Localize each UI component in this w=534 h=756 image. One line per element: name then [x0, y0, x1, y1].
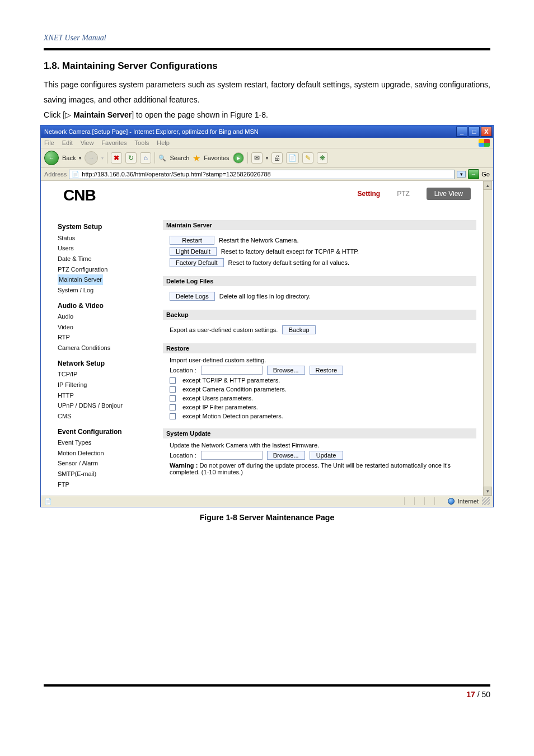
sb-item-ptzconfig[interactable]: PTZ Configuration: [58, 264, 153, 275]
menu-favorites[interactable]: Favorites: [101, 139, 127, 146]
page-total: 50: [481, 690, 490, 699]
sb-g3-head: Network Setup: [58, 358, 153, 369]
tab-live-view[interactable]: Live View: [427, 188, 471, 200]
minimize-button[interactable]: _: [456, 127, 467, 137]
sb-item-smtp[interactable]: SMTP(E-mail): [58, 469, 153, 479]
edit-icon[interactable]: 📄: [286, 152, 299, 164]
update-path-input[interactable]: [201, 451, 263, 460]
address-dropdown-icon[interactable]: ▾: [457, 171, 466, 178]
media-icon[interactable]: ▸: [233, 152, 244, 164]
page-sep: /: [475, 690, 482, 699]
close-button[interactable]: X: [481, 127, 492, 137]
sb-item-rtp[interactable]: RTP: [58, 332, 153, 343]
scroll-up-icon[interactable]: ▴: [483, 181, 492, 190]
chk-camera[interactable]: [170, 386, 176, 393]
mail-dropdown-icon[interactable]: ▾: [266, 156, 268, 161]
tab-ptz[interactable]: PTZ: [397, 190, 410, 198]
menu-file[interactable]: File: [44, 139, 54, 146]
favorites-star-icon[interactable]: ★: [193, 153, 200, 164]
sb-item-sensor[interactable]: Sensor / Alarm: [58, 458, 153, 469]
maximize-button[interactable]: □: [469, 127, 480, 137]
forward-button[interactable]: →: [85, 151, 98, 165]
back-label: Back: [62, 155, 76, 161]
click-instruction: Click [▷ Maintain Server] to open the pa…: [44, 110, 490, 119]
window-title: Network Camera [Setup Page] - Internet E…: [44, 128, 259, 135]
brand-logo: CNB: [63, 186, 96, 204]
back-dropdown-icon[interactable]: ▾: [79, 156, 81, 161]
discuss-icon[interactable]: ✎: [302, 152, 313, 164]
sb-item-datetime[interactable]: Date & Time: [58, 254, 153, 264]
stop-icon[interactable]: ✖: [111, 152, 122, 164]
warning-text: Do not power off during the update proce…: [170, 462, 451, 475]
restart-text: Restart the Network Camera.: [219, 237, 298, 244]
sb-item-video[interactable]: Video: [58, 322, 153, 333]
light-default-button[interactable]: Light Default: [170, 247, 217, 256]
sb-item-motion[interactable]: Motion Detection: [58, 448, 153, 459]
internet-zone-label: Internet: [458, 498, 479, 505]
chk-camera-label: except Camera Condition parameters.: [182, 386, 287, 393]
chk-users[interactable]: [170, 395, 176, 402]
restore-path-input[interactable]: [201, 366, 263, 375]
scroll-down-icon[interactable]: ▾: [483, 487, 492, 496]
backup-text: Export as user-defined custom settings.: [170, 326, 278, 333]
browser-window: Network Camera [Setup Page] - Internet E…: [40, 125, 494, 507]
footer-rule: [44, 684, 490, 687]
mail-icon[interactable]: ✉: [251, 152, 263, 164]
search-icon[interactable]: 🔍: [158, 155, 166, 162]
menu-view[interactable]: View: [81, 139, 94, 146]
sb-item-status[interactable]: Status: [58, 233, 153, 244]
chk-motion[interactable]: [170, 413, 176, 419]
sb-item-camera-conditions[interactable]: Camera Conditions: [58, 343, 153, 353]
backup-button[interactable]: Backup: [282, 325, 316, 334]
update-browse-button[interactable]: Browse...: [267, 451, 305, 460]
click-suffix: ] to open the page shown in Figure 1-8.: [132, 110, 268, 119]
print-icon[interactable]: 🖨: [271, 152, 283, 164]
delete-logs-button[interactable]: Delete Logs: [170, 292, 215, 301]
sb-item-ftp[interactable]: FTP: [58, 479, 153, 490]
sb-item-tcpip[interactable]: TCP/IP: [58, 369, 153, 380]
address-input[interactable]: 📄 http://193.168.0.36/html/operator/Setu…: [69, 170, 455, 179]
restore-browse-button[interactable]: Browse...: [267, 366, 305, 375]
menu-tools[interactable]: Tools: [135, 139, 149, 146]
chk-tcpip[interactable]: [170, 377, 176, 384]
window-titlebar: Network Camera [Setup Page] - Internet E…: [41, 125, 493, 138]
restart-button[interactable]: Restart: [170, 236, 214, 245]
toolbar: ← Back▾ →▾ ✖ ↻ ⌂ 🔍 Search ★ Favorites ▸ …: [41, 148, 493, 168]
internet-zone-icon: [448, 498, 455, 505]
back-button[interactable]: ←: [44, 151, 59, 165]
intro-paragraph: This page configures system parameters s…: [44, 77, 490, 107]
sb-item-cms[interactable]: CMS: [58, 411, 153, 422]
favorites-label[interactable]: Favorites: [204, 155, 229, 161]
update-head: System Update: [163, 428, 476, 438]
go-button[interactable]: →: [468, 169, 479, 179]
chk-ipfilter[interactable]: [170, 404, 176, 410]
tab-setting[interactable]: Setting: [358, 190, 381, 198]
sb-item-users[interactable]: Users: [58, 243, 153, 254]
status-bar: 📄 Internet: [41, 496, 493, 507]
sb-item-ipfiltering[interactable]: IP Filtering: [58, 380, 153, 390]
page-icon: 📄: [72, 171, 79, 178]
search-label[interactable]: Search: [170, 155, 189, 161]
sb-item-audio[interactable]: Audio: [58, 311, 153, 322]
sb-item-upnp[interactable]: UPnP / DDNS / Bonjour: [58, 400, 153, 411]
click-bold: Maintain Server: [71, 110, 132, 119]
menu-help[interactable]: Help: [157, 139, 170, 146]
home-icon[interactable]: ⌂: [140, 152, 151, 164]
page-current: 17: [466, 690, 475, 699]
sb-item-syslog[interactable]: System / Log: [58, 285, 153, 296]
sb-item-http[interactable]: HTTP: [58, 390, 153, 401]
resize-grip-icon[interactable]: [482, 497, 490, 505]
refresh-icon[interactable]: ↻: [125, 152, 137, 164]
scrollbar[interactable]: ▴ ▾: [483, 181, 492, 495]
messenger-icon[interactable]: ❋: [317, 152, 328, 164]
delete-logs-text: Delete all log files in log directory.: [219, 293, 311, 300]
restore-button[interactable]: Restore: [310, 366, 344, 375]
sb-item-maintain-server[interactable]: Maintain Server: [58, 274, 103, 285]
update-button[interactable]: Update: [310, 451, 343, 460]
sb-item-eventtypes[interactable]: Event Types: [58, 437, 153, 448]
ie-flag-icon: [479, 139, 490, 147]
backup-head: Backup: [163, 310, 476, 320]
factory-default-button[interactable]: Factory Default: [170, 258, 224, 267]
status-page-icon: 📄: [44, 498, 52, 505]
menu-edit[interactable]: Edit: [62, 139, 73, 146]
